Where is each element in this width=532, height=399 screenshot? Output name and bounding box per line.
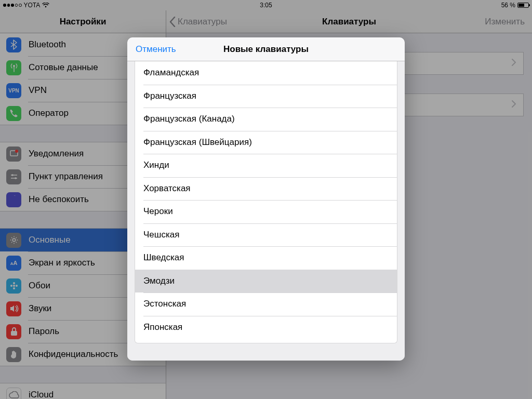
keyboard-option[interactable]: Шведская — [135, 246, 397, 270]
keyboard-option[interactable]: Французская (Швейцария) — [135, 131, 397, 154]
keyboard-option[interactable]: Хинди — [135, 154, 397, 177]
keyboard-option[interactable]: Эстонская — [135, 292, 397, 316]
keyboard-option[interactable]: Фламандская — [135, 61, 397, 85]
keyboard-option[interactable]: Японская — [135, 316, 397, 339]
keyboard-option[interactable]: Французская — [135, 85, 397, 108]
keyboard-option[interactable]: Эмодзи — [135, 270, 397, 293]
keyboard-option[interactable]: Французская (Канада) — [135, 108, 397, 131]
keyboard-option[interactable]: Чешская — [135, 223, 397, 247]
cancel-button[interactable]: Отменить — [127, 44, 176, 55]
keyboard-option[interactable]: Чероки — [135, 200, 397, 223]
keyboard-option[interactable]: Хорватская — [135, 177, 397, 201]
add-keyboard-modal: Отменить Новые клавиатуры ФламандскаяФра… — [127, 37, 405, 361]
modal-header: Отменить Новые клавиатуры — [127, 37, 405, 61]
modal-title: Новые клавиатуры — [223, 44, 309, 55]
